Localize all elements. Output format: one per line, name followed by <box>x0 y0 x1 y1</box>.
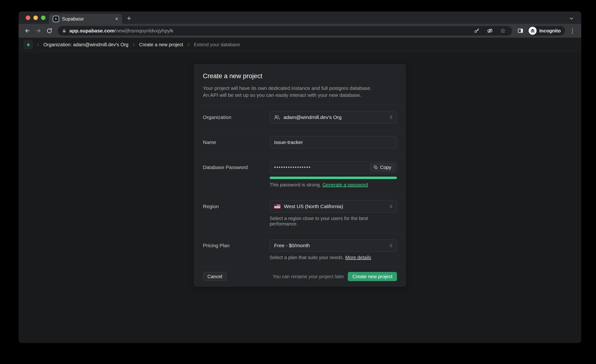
more-details-link[interactable]: More details <box>345 255 371 260</box>
url-host: app.supabase.com <box>69 28 114 33</box>
chevron-up-down-icon <box>389 205 393 208</box>
pricing-row: Pricing Plan Free - $0/month Select a pl… <box>194 233 406 267</box>
eye-slash-icon[interactable] <box>485 28 495 34</box>
region-label: Region <box>203 200 270 209</box>
users-icon <box>274 114 280 120</box>
tab-title: Supabase <box>62 16 112 22</box>
generate-password-link[interactable]: Generate a password <box>322 182 368 187</box>
organization-label: Organization <box>203 111 270 120</box>
region-row: Region West US (North California) Select… <box>194 194 406 233</box>
breadcrumb-item-extend-database: Extend your database <box>194 42 240 47</box>
password-strength-bar <box>270 177 397 179</box>
browser-menu-icon[interactable]: ⋮ <box>567 26 577 36</box>
reload-button[interactable] <box>44 26 54 36</box>
name-row: Name <box>194 130 406 155</box>
breadcrumb-chevron-icon <box>187 43 190 46</box>
breadcrumb-item-create-project[interactable]: Create a new project <box>139 42 183 47</box>
supabase-favicon-icon <box>53 16 59 22</box>
pricing-select[interactable]: Free - $0/month <box>270 239 397 252</box>
chevron-up-down-icon <box>389 244 393 248</box>
window-controls <box>26 15 45 20</box>
organization-select[interactable]: adam@windmill.dev's Org <box>270 111 397 124</box>
card-header-section: Create a new project Your project will h… <box>194 64 406 105</box>
page-content: Create a new project Your project will h… <box>19 52 581 343</box>
name-label: Name <box>203 136 270 145</box>
url-bar[interactable]: app.supabase.com/new/jfnsmqoynldvxjyhpyl… <box>58 26 512 36</box>
app-header: Organization: adam@windmill.dev's Org Cr… <box>19 38 581 52</box>
browser-toolbar: app.supabase.com/new/jfnsmqoynldvxjyhpyl… <box>19 24 581 38</box>
back-button[interactable] <box>22 26 32 36</box>
region-help-text: Select a region close to your users for … <box>270 216 397 227</box>
forward-button[interactable] <box>33 26 43 36</box>
close-tab-icon[interactable]: × <box>115 16 118 22</box>
bookmark-star-icon[interactable]: ☆ <box>498 28 508 34</box>
card-footer: Cancel You can rename your project later… <box>194 267 406 286</box>
browser-tab-supabase[interactable]: Supabase × <box>49 14 122 24</box>
breadcrumb-chevron-icon <box>132 43 135 46</box>
card-description-line2: An API will be set up so you can easily … <box>203 91 397 98</box>
region-value: West US (North California) <box>284 204 343 209</box>
breadcrumb-chevron-icon <box>36 43 40 46</box>
incognito-badge[interactable]: Incognito <box>528 26 565 36</box>
new-tab-button[interactable]: + <box>124 14 134 23</box>
lock-icon <box>62 29 67 33</box>
chevron-up-down-icon <box>389 115 393 119</box>
pricing-value: Free - $0/month <box>274 243 310 248</box>
minimize-window-button[interactable] <box>33 15 38 20</box>
password-strength-text: This password is strong. <box>270 182 321 187</box>
copy-icon <box>374 165 378 170</box>
supabase-logo-icon[interactable] <box>24 40 33 49</box>
copy-button-label: Copy <box>380 165 391 170</box>
browser-window: Supabase × + app.supabase.com/new/jfnsmq… <box>19 11 581 343</box>
region-select[interactable]: West US (North California) <box>270 200 397 213</box>
password-row: Database Password Copy This password is … <box>194 155 406 194</box>
organization-value: adam@windmill.dev's Org <box>283 114 342 120</box>
us-flag-icon <box>274 204 280 208</box>
pricing-label: Pricing Plan <box>203 239 270 248</box>
side-panel-icon[interactable] <box>515 26 525 36</box>
close-window-button[interactable] <box>26 15 30 20</box>
breadcrumb-item-organization[interactable]: Organization: adam@windmill.dev's Org <box>43 42 128 47</box>
organization-row: Organization adam@windmill.dev's Org <box>194 105 406 130</box>
zoom-window-button[interactable] <box>41 15 45 20</box>
copy-password-button[interactable]: Copy <box>370 163 395 172</box>
page-title: Create a new project <box>203 73 397 80</box>
password-label: Database Password <box>203 161 270 170</box>
tab-search-chevron-icon[interactable] <box>569 16 574 21</box>
rename-note: You can rename your project later <box>227 274 344 279</box>
card-description-line1: Your project will have its own dedicated… <box>203 85 397 91</box>
url-path: /new/jfnsmqoynldvxjyhpylk <box>114 28 173 33</box>
password-key-icon[interactable] <box>472 28 482 34</box>
create-project-card: Create a new project Your project will h… <box>194 64 406 287</box>
incognito-avatar-icon <box>529 27 537 35</box>
cancel-button[interactable]: Cancel <box>203 272 227 281</box>
pricing-help-text: Select a plan that suits your needs. <box>270 255 344 260</box>
incognito-label: Incognito <box>539 28 561 34</box>
url-text: app.supabase.com/new/jfnsmqoynldvxjyhpyl… <box>69 28 174 34</box>
create-new-project-button[interactable]: Create new project <box>348 272 397 281</box>
tab-strip: Supabase × + <box>19 11 581 24</box>
name-input[interactable] <box>270 136 397 149</box>
